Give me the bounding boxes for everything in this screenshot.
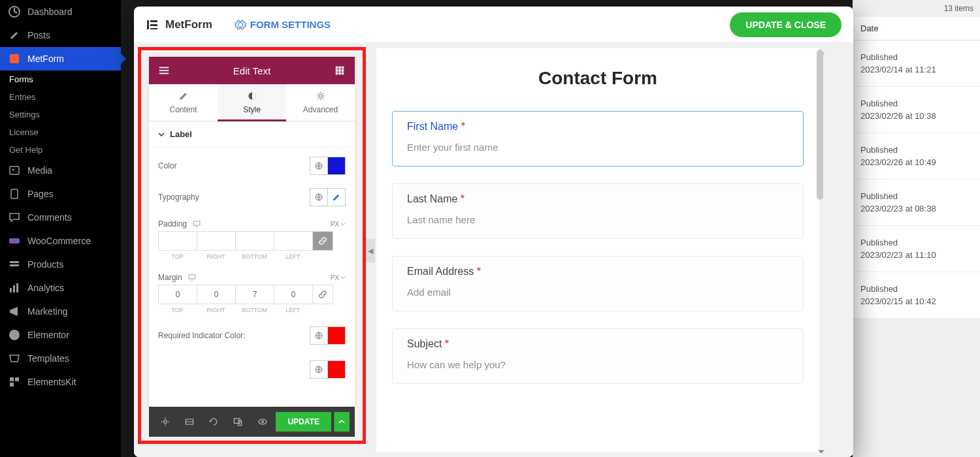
form-settings-link[interactable]: FORM SETTINGS [235,19,331,31]
column-header-date[interactable]: Date [853,17,980,40]
date-cell: Published2023/02/26 at 10:49 [853,133,980,180]
svg-rect-1 [10,54,19,63]
svg-point-42 [261,420,263,422]
history-icon[interactable] [203,412,225,432]
update-button[interactable]: UPDATE [276,412,331,432]
svg-rect-4 [11,189,18,198]
field-first-name[interactable]: First Name * [376,111,819,166]
products-icon [8,258,21,271]
svg-rect-6 [10,261,19,263]
menu-icon[interactable] [158,65,170,76]
sidebar-item-pages[interactable]: Pages [0,182,121,206]
elementskit-icon [8,375,21,388]
responsive-icon[interactable] [227,412,249,432]
desktop-icon[interactable] [192,219,201,228]
sidebar-label: Posts [27,30,50,40]
svg-rect-8 [10,288,12,292]
svg-rect-28 [336,72,338,75]
padding-unit-select[interactable]: PX [331,221,346,228]
field-label: Subject * [407,338,789,350]
padding-top-input[interactable] [158,231,197,251]
sidebar-item-templates[interactable]: Templates [0,347,121,370]
tab-style[interactable]: Style [218,84,286,121]
padding-left-input[interactable] [274,231,312,251]
panel-tabs: Content Style Advanced [149,84,355,121]
extra-color-swatch[interactable] [327,360,346,379]
margin-top-input[interactable] [158,285,197,304]
sidebar-item-products[interactable]: Products [0,253,121,276]
scroll-down-icon[interactable] [817,448,825,456]
sidebar-item-comments[interactable]: Comments [0,206,121,229]
wp-admin-sidebar: Dashboard Posts MetForm Forms Entries Se… [0,0,121,457]
desktop-icon[interactable] [188,273,197,282]
sidebar-label: Pages [27,189,54,199]
update-close-button[interactable]: UPDATE & CLOSE [730,12,841,37]
field-subject[interactable]: Subject * [376,328,819,384]
date-cell: Published2023/02/23 at 11:10 [853,226,980,272]
field-last-name[interactable]: Last Name * [376,183,819,239]
sidebar-item-metform[interactable]: MetForm [0,47,121,71]
padding-right-input[interactable] [197,231,235,251]
svg-rect-36 [189,275,195,279]
last-name-input[interactable] [407,212,789,228]
margin-left-input[interactable] [274,285,312,304]
sidebar-label: Templates [27,353,69,364]
svg-rect-29 [338,72,341,75]
grid-icon[interactable] [334,65,346,76]
section-label-toggle[interactable]: Label [149,121,355,147]
margin-bottom-input[interactable] [235,285,274,304]
sidebar-label: Elementor [27,330,69,340]
global-req-color-button[interactable] [310,326,328,345]
svg-rect-21 [159,73,169,74]
sidebar-item-marketing[interactable]: Marketing [0,300,121,323]
preview-icon[interactable] [252,412,273,432]
settings-icon[interactable] [154,412,176,432]
sidebar-item-elementor[interactable]: Elementor [0,323,121,347]
sidebar-item-media[interactable]: Media [0,159,121,182]
required-asterisk: * [477,266,481,277]
scroll-thumb[interactable] [817,50,823,200]
first-name-input[interactable] [407,139,789,155]
margin-right-input[interactable] [197,285,235,304]
brand-icon [146,18,159,31]
margin-link-button[interactable] [312,285,333,304]
svg-rect-5 [9,238,20,244]
submenu-entries[interactable]: Entries [0,88,121,106]
padding-bottom-input[interactable] [235,231,274,251]
color-swatch[interactable] [327,157,346,175]
field-email[interactable]: Email Address * [376,256,819,311]
svg-rect-12 [10,377,14,381]
submenu-gethelp[interactable]: Get Help [0,141,121,159]
svg-point-11 [9,330,20,340]
sidebar-item-dashboard[interactable]: Dashboard [0,0,121,24]
global-extra-color-button[interactable] [310,360,328,379]
typography-edit-button[interactable] [327,188,346,206]
sidebar-item-elementskit[interactable]: ElementsKit [0,370,121,394]
submenu-forms[interactable]: Forms [0,71,121,88]
items-count: 13 items [853,0,980,17]
chevron-down-icon [340,221,346,227]
global-typography-button[interactable] [310,188,328,206]
sidebar-item-posts[interactable]: Posts [0,24,121,47]
submenu-settings[interactable]: Settings [0,106,121,123]
tab-advanced[interactable]: Advanced [286,84,355,121]
section-title: Label [170,129,192,139]
svg-rect-35 [193,221,200,225]
submenu-license[interactable]: License [0,123,121,141]
gear-icon [235,19,246,31]
email-input[interactable] [407,284,789,300]
sidebar-label: Marketing [27,306,67,317]
sidebar-item-analytics[interactable]: Analytics [0,276,121,300]
navigator-icon[interactable] [178,412,200,432]
preview-scrollbar[interactable] [817,50,825,454]
svg-rect-17 [150,24,157,26]
req-color-swatch[interactable] [327,326,346,345]
subject-input[interactable] [407,356,789,373]
update-options-button[interactable] [334,412,350,432]
sidebar-item-woocommerce[interactable]: WooCommerce [0,229,121,253]
padding-link-button[interactable] [312,231,333,251]
margin-unit-select[interactable]: PX [331,274,346,281]
global-color-button[interactable] [310,157,328,175]
svg-rect-22 [336,67,338,69]
tab-content[interactable]: Content [149,84,218,121]
